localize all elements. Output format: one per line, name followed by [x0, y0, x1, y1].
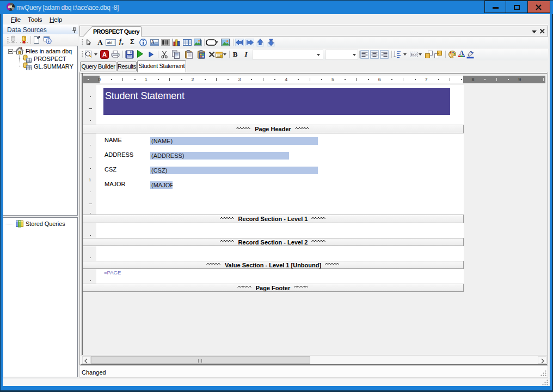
- svg-text:A: A: [102, 51, 107, 58]
- svg-text:abl: abl: [107, 40, 112, 45]
- svg-text:A: A: [151, 40, 155, 45]
